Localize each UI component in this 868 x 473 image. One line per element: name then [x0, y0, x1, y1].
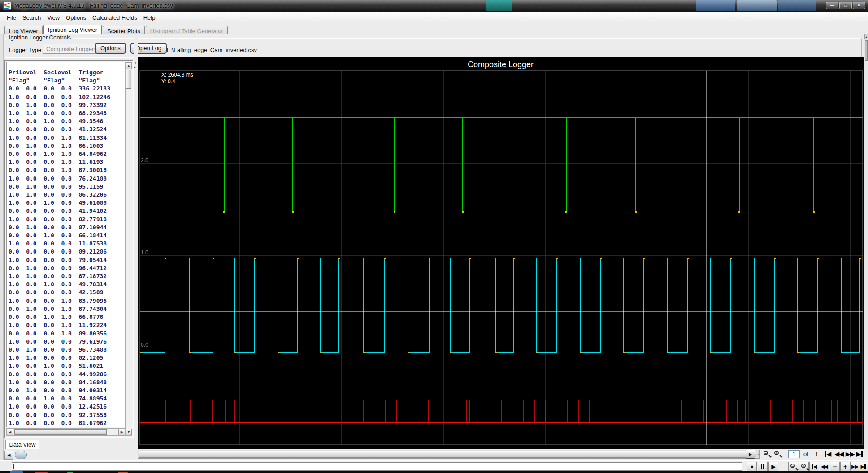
prev-page-button[interactable]: ◀◀ [835, 451, 844, 457]
status-input[interactable] [12, 462, 742, 471]
menu-view[interactable]: View [44, 13, 63, 22]
stop-button[interactable]: ■ [747, 462, 757, 471]
logger-type-label: Logger Type: [9, 47, 43, 53]
window-vscroll-thumb[interactable] [865, 40, 868, 61]
step-forward-button[interactable]: + [840, 462, 850, 471]
zoom-in-icon: + [801, 463, 809, 471]
zoom-out-icon: − [790, 463, 798, 471]
tab-log-viewer[interactable]: Log Viewer [4, 26, 43, 34]
windows-taskbar [0, 471, 868, 473]
chart-hscroll-handle[interactable]: ▶ [746, 450, 759, 459]
background-window-thumb3 [778, 0, 816, 11]
playback-zoom-out-button[interactable]: − [788, 462, 798, 471]
scroll-up-icon[interactable]: ▲ [864, 34, 868, 39]
chart-horizontal-scrollbar[interactable]: ▶ [138, 450, 760, 459]
tab-ignition-log-viewer[interactable]: Ignition Log Viewer [43, 25, 102, 34]
background-window-thumb1 [696, 0, 735, 11]
window-vertical-scrollbar[interactable]: ▲ [864, 34, 868, 449]
tab-scatter-plots[interactable]: Scatter Plots [103, 26, 145, 34]
splitter-right-icon[interactable]: ▸ [134, 65, 136, 69]
magnifier-handle [779, 455, 782, 458]
open-file-path: F:\Falling_edge_Cam_inverted.csv [167, 47, 257, 53]
skip-last-icon: ▶ [856, 451, 863, 457]
chart-title: Composite Logger [138, 60, 864, 69]
step-back-button[interactable]: − [830, 462, 840, 471]
composite-logger-chart[interactable]: 2.01.00.0 Composite Logger X: 2604.3 ms … [138, 57, 864, 449]
table-hscroll-thumb[interactable] [14, 429, 107, 435]
last-page-button[interactable]: ▶ [856, 451, 863, 457]
pause-icon [763, 464, 764, 469]
scroll-down-icon[interactable]: ▼ [126, 429, 132, 435]
menu-help[interactable]: Help [140, 13, 159, 22]
page-number-input[interactable]: 1 [788, 450, 800, 458]
title-bar[interactable]: MegaLogViewer MS 4.0.19 - Falling_edge_C… [0, 0, 868, 12]
close-button[interactable]: ✕ [853, 2, 865, 9]
zoom-in-sign: + [801, 464, 806, 468]
taskbar-start-orb[interactable] [10, 471, 23, 473]
go-last-button[interactable]: ▶ [859, 462, 868, 471]
scroll-left-icon[interactable]: ◀ [7, 429, 13, 435]
play-button[interactable]: ▶ [768, 462, 778, 471]
tab-bar: Log Viewer Ignition Log Viewer Scatter P… [0, 24, 868, 34]
maximize-button[interactable]: □ [839, 2, 852, 9]
skip-last-icon: ▶ [861, 464, 866, 469]
left-edge-strip [0, 34, 4, 460]
zoom-in-sign: + [774, 451, 779, 455]
zoom-out-sign: − [764, 451, 768, 455]
splitter-left-icon[interactable]: ◂ [134, 61, 136, 64]
menu-calculated-fields[interactable]: Calculated Fields [89, 13, 140, 22]
svg-text:0.0: 0.0 [141, 342, 148, 348]
data-table-text: PriLevel SecLevel Trigger "Flag" "Flag" … [7, 62, 125, 427]
scroll-right-icon[interactable]: ▶ [118, 429, 125, 435]
first-page-button[interactable]: ◀ [825, 451, 831, 457]
application-window: MegaLogViewer MS 4.0.19 - Falling_edge_C… [0, 0, 868, 473]
logger-type-value: Composite Logger [46, 46, 94, 52]
tab-histogram-table-generator: Histogram / Table Generator [146, 26, 228, 34]
data-table-container[interactable]: PriLevel SecLevel Trigger "Flag" "Flag" … [6, 62, 126, 427]
skip-first-icon: ◀ [812, 464, 817, 469]
chart-zoom-in-icon[interactable]: + [774, 450, 782, 458]
table-vertical-scrollbar[interactable]: ▲ ▼ [125, 62, 132, 436]
collapse-left-icon[interactable]: ◀ [4, 451, 13, 460]
next-page-button[interactable]: ▶▶ [846, 451, 855, 457]
magnifier-handle [806, 467, 809, 470]
magnifier-handle [795, 467, 799, 470]
data-view-panel: PriLevel SecLevel Trigger "Flag" "Flag" … [4, 60, 134, 438]
pause-icon [761, 464, 762, 469]
status-bar: ■ ▶ − + ◀ ◀◀ − + ▶▶ ▶ [0, 460, 868, 471]
table-vscroll-thumb[interactable] [126, 70, 131, 89]
playback-zoom-in-button[interactable]: + [799, 462, 809, 471]
panel-toggle-button[interactable] [15, 451, 27, 459]
window-title: MegaLogViewer MS 4.0.19 - Falling_edge_C… [14, 2, 173, 9]
app-icon-stroke-blue [4, 7, 10, 9]
menu-options[interactable]: Options [63, 13, 89, 22]
options-button[interactable]: Options [95, 43, 126, 54]
page-total-label: 1 [815, 451, 818, 457]
scroll-up-icon[interactable]: ▲ [126, 62, 132, 69]
app-icon-stroke-red [4, 3, 10, 5]
menu-search[interactable]: Search [19, 13, 44, 22]
app-icon [3, 2, 11, 10]
text-caret [13, 464, 14, 469]
chart-zoom-out-icon[interactable]: − [763, 450, 771, 458]
svg-text:1.0: 1.0 [141, 249, 148, 256]
minimize-button[interactable]: — [826, 2, 838, 9]
menu-bar: File Search View Options Calculated Fiel… [0, 12, 868, 23]
go-first-button[interactable]: ◀ [809, 462, 819, 471]
logger-type-select[interactable]: Composite Logger ▼ [43, 44, 99, 54]
rewind-button[interactable]: ◀◀ [820, 462, 829, 471]
background-window-teal [486, 0, 512, 11]
page-of-label: of [803, 451, 808, 457]
crosshair-x-readout: X: 2604.3 ms [161, 72, 193, 78]
panel-splitter[interactable]: ◂ ▸ [134, 34, 138, 449]
pause-button[interactable] [758, 462, 768, 471]
group-label: Ignition Logger Controls [7, 34, 73, 41]
chart-canvas[interactable]: 2.01.00.0 [138, 57, 864, 449]
data-view-tab[interactable]: Data View [5, 440, 39, 449]
menu-file[interactable]: File [4, 13, 19, 22]
chart-hscroll-thumb[interactable] [139, 451, 746, 458]
svg-text:2.0: 2.0 [141, 157, 148, 163]
zoom-out-sign: − [790, 464, 795, 468]
crosshair-y-readout: Y: 0.4 [161, 78, 175, 85]
table-horizontal-scrollbar[interactable]: ◀ ▶ [6, 428, 126, 436]
